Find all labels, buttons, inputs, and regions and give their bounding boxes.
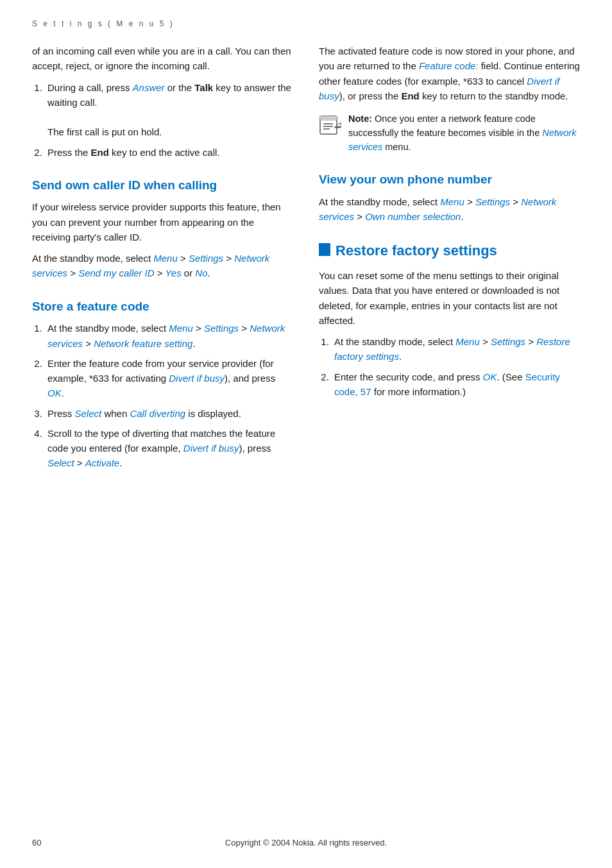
svg-rect-2: [320, 116, 337, 119]
two-column-layout: of an incoming call even while you are i…: [32, 44, 580, 477]
hold-text: The first call is put on hold.: [47, 126, 162, 137]
ok-link2: OK: [483, 371, 497, 382]
feature-code-continued: The activated feature code is now stored…: [319, 44, 580, 103]
svg-rect-7: [336, 126, 341, 128]
view-phone-number-p1: At the standby mode, select Menu > Setti…: [319, 194, 580, 225]
send-caller-id-p2: At the standby mode, select Menu > Setti…: [32, 251, 293, 281]
intro-list: During a call, press Answer or the Talk …: [45, 80, 293, 160]
list-item: Enter the security code, and press OK. (…: [332, 370, 580, 400]
left-column: of an incoming call even while you are i…: [32, 44, 293, 477]
list-item: Press the End key to end the active call…: [45, 145, 293, 160]
yes-link: Yes: [166, 268, 182, 278]
view-phone-number-heading: View your own phone number: [319, 172, 580, 188]
end-bold: End: [91, 147, 109, 158]
settings-link3: Settings: [475, 196, 510, 207]
menu-link3: Menu: [440, 196, 464, 207]
talk-bold: Talk: [194, 82, 213, 93]
select-link2: Select: [47, 457, 74, 468]
restore-factory-heading: Restore factory settings: [319, 242, 580, 260]
restore-factory-p1: You can reset some of the menu settings …: [319, 268, 580, 328]
note-text: Note: Once you enter a network feature c…: [348, 112, 580, 154]
intro-text: of an incoming call even while you are i…: [32, 46, 291, 71]
list-item: At the standby mode, select Menu > Setti…: [332, 334, 580, 364]
note-bold: Note:: [348, 114, 372, 124]
no-link: No: [195, 268, 207, 278]
settings-link: Settings: [189, 253, 223, 264]
send-caller-id-p1: If your wireless service provider suppor…: [32, 200, 293, 244]
blue-box-icon: [319, 243, 330, 256]
footer-copyright: Copyright © 2004 Nokia. All rights reser…: [0, 837, 612, 849]
feature-code-link: Feature code:: [419, 60, 479, 71]
list-item: During a call, press Answer or the Talk …: [45, 80, 293, 140]
answer-link: Answer: [133, 82, 165, 93]
right-column: The activated feature code is now stored…: [319, 44, 580, 477]
network-feature-link: Network feature setting: [94, 338, 192, 349]
page: S e t t i n g s ( M e n u 5 ) of an inco…: [0, 0, 612, 868]
menu-link: Menu: [153, 253, 178, 264]
call-diverting-link: Call diverting: [130, 408, 185, 419]
send-caller-id-heading: Send own caller ID when calling: [32, 178, 293, 194]
menu-link4: Menu: [455, 336, 480, 347]
divert-busy-link3: Divert if busy: [319, 76, 559, 101]
header-title: S e t t i n g s ( M e n u 5 ): [32, 19, 174, 28]
list-item: Press Select when Call diverting is disp…: [45, 406, 293, 421]
divert-busy-link2: Divert if busy: [183, 443, 239, 454]
divert-busy-link: Divert if busy: [169, 373, 225, 384]
list-item: Enter the feature code from your service…: [45, 356, 293, 401]
ok-link: OK: [47, 387, 62, 398]
own-number-link: Own number selection: [365, 211, 461, 222]
store-feature-code-heading: Store a feature code: [32, 299, 293, 315]
select-link: Select: [75, 408, 102, 419]
restore-link: Restore factory settings: [334, 336, 570, 362]
settings-link2: Settings: [204, 323, 239, 334]
note-box: Note: Once you enter a network feature c…: [319, 112, 580, 154]
security-code-link[interactable]: Security code, 57: [334, 371, 560, 397]
menu-link2: Menu: [169, 323, 193, 334]
store-feature-list: At the standby mode, select Menu > Setti…: [45, 321, 293, 470]
network-services-note-link: Network services: [348, 128, 576, 152]
page-header: S e t t i n g s ( M e n u 5 ): [32, 18, 580, 30]
note-icon: [319, 114, 342, 137]
activate-link: Activate: [85, 457, 119, 468]
end-bold2: End: [401, 90, 419, 101]
restore-factory-title: Restore factory settings: [336, 242, 497, 260]
settings-link4: Settings: [491, 336, 525, 347]
intro-paragraph: of an incoming call even while you are i…: [32, 44, 293, 74]
list-item: Scroll to the type of diverting that mat…: [45, 426, 293, 471]
restore-factory-list: At the standby mode, select Menu > Setti…: [332, 334, 580, 399]
list-item: At the standby mode, select Menu > Setti…: [45, 321, 293, 351]
send-caller-link: Send my caller ID: [78, 268, 154, 278]
